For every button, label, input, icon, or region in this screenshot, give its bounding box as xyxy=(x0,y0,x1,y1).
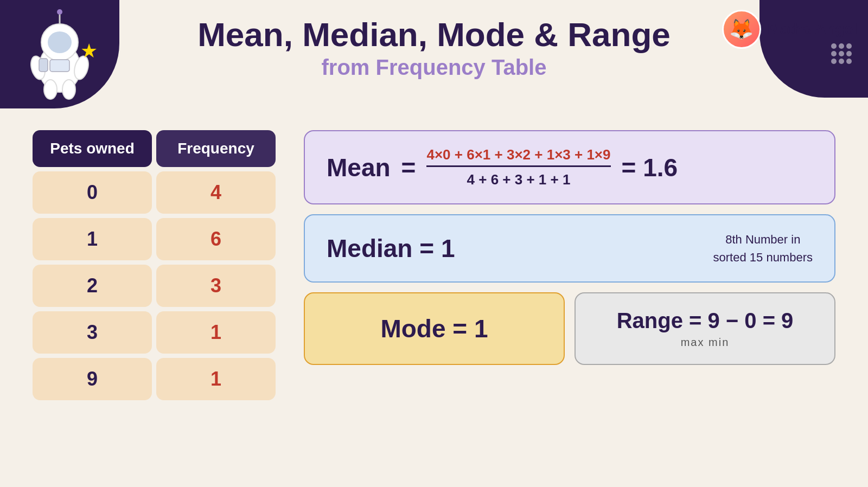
mean-box: Mean = 4×0 + 6×1 + 3×2 + 1×3 + 1×9 4 + 6… xyxy=(304,130,835,204)
svg-rect-7 xyxy=(50,60,69,72)
freq-cell-2: 3 xyxy=(156,265,276,307)
mean-result: = 1.6 xyxy=(622,153,678,182)
pets-cell-1: 1 xyxy=(33,218,152,260)
range-box: Range = 9 − 0 = 9 max min xyxy=(575,292,835,365)
pets-cell-2: 2 xyxy=(33,265,152,307)
freq-cell-0: 4 xyxy=(156,171,276,214)
frequency-table: Pets owned Frequency 0 4 1 6 2 3 3 1 9 1 xyxy=(33,130,282,400)
col1-header: Pets owned xyxy=(33,130,152,167)
table-row: 3 1 xyxy=(33,311,282,354)
mode-label: Mode = 1 xyxy=(380,314,488,343)
median-note: 8th Number in sorted 15 numbers xyxy=(713,230,813,266)
table-row: 2 3 xyxy=(33,265,282,307)
table-row: 0 4 xyxy=(33,171,282,214)
freq-cell-4: 1 xyxy=(156,358,276,400)
astronaut-decoration: ★ xyxy=(22,5,98,100)
table-row: 1 6 xyxy=(33,218,282,260)
median-note-line2: sorted 15 numbers xyxy=(713,251,813,264)
dot-decoration xyxy=(831,43,858,71)
table-row: 9 1 xyxy=(33,358,282,400)
svg-point-2 xyxy=(48,31,72,53)
right-panels: Mean = 4×0 + 6×1 + 3×2 + 1×3 + 1×9 4 + 6… xyxy=(304,130,835,365)
mean-label: Mean xyxy=(327,153,391,182)
mean-denominator: 4 + 6 + 3 + 1 + 1 xyxy=(467,169,571,188)
bottom-row: Mode = 1 Range = 9 − 0 = 9 max min xyxy=(304,292,835,365)
mean-numerator: 4×0 + 6×1 + 3×2 + 1×3 + 1×9 xyxy=(426,146,610,167)
mean-fraction: 4×0 + 6×1 + 3×2 + 1×3 + 1×9 4 + 6 + 3 + … xyxy=(426,146,610,188)
svg-rect-8 xyxy=(39,59,48,72)
svg-text:★: ★ xyxy=(80,40,98,62)
pets-cell-4: 9 xyxy=(33,358,152,400)
table-header-row: Pets owned Frequency xyxy=(33,130,282,167)
mode-box: Mode = 1 xyxy=(304,292,565,365)
median-note-line1: 8th Number in xyxy=(725,233,800,246)
median-box: Median = 1 8th Number in sorted 15 numbe… xyxy=(304,214,835,283)
median-label: Median = 1 xyxy=(327,234,455,263)
page-subtitle: from Frequency Table xyxy=(0,55,868,80)
svg-point-11 xyxy=(57,9,62,15)
mean-content: Mean = 4×0 + 6×1 + 3×2 + 1×3 + 1×9 4 + 6… xyxy=(327,146,813,188)
mean-equals: = xyxy=(401,153,416,182)
range-sub: max min xyxy=(681,336,730,349)
col2-header: Frequency xyxy=(156,130,276,167)
brand-avatar: 🦊 xyxy=(722,10,761,49)
freq-cell-3: 1 xyxy=(156,311,276,354)
svg-point-5 xyxy=(44,80,57,99)
svg-point-6 xyxy=(62,80,75,99)
pets-cell-3: 3 xyxy=(33,311,152,354)
main-content: Pets owned Frequency 0 4 1 6 2 3 3 1 9 1… xyxy=(33,130,835,400)
range-label: Range = 9 − 0 = 9 xyxy=(617,309,794,333)
pets-cell-0: 0 xyxy=(33,171,152,214)
freq-cell-1: 6 xyxy=(156,218,276,260)
brand-name: Maths Angel xyxy=(768,21,857,38)
